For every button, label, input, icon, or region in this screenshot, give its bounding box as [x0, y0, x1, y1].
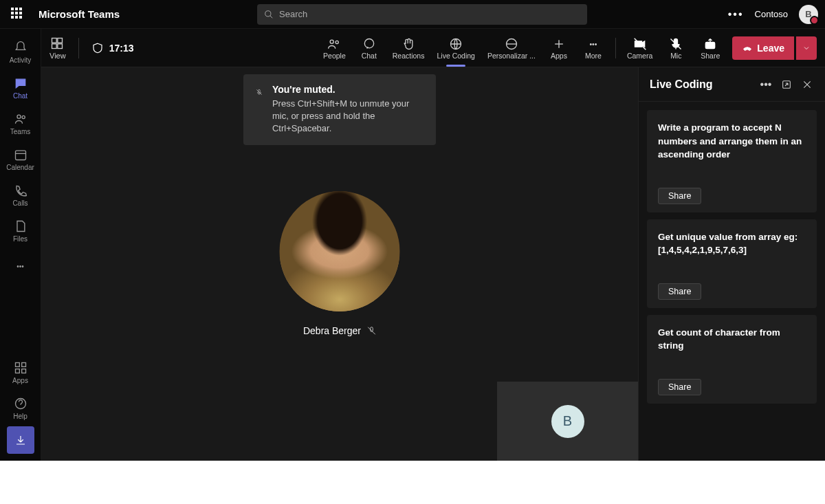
meeting-toolbar: View 17:13 People Chat	[41, 29, 825, 67]
sidebar-item-calendar[interactable]: Calendar	[0, 142, 41, 176]
sidebar-item-activity[interactable]: Activity	[0, 34, 41, 69]
chat-bubble-icon	[362, 37, 376, 51]
share-button[interactable]: Share	[658, 283, 701, 300]
teams-icon	[14, 112, 28, 126]
sidebar-item-help[interactable]: Help	[0, 391, 41, 425]
sidebar-item-label: Calls	[12, 199, 28, 207]
mic-button[interactable]: Mic	[659, 34, 692, 63]
more-button[interactable]: ••• More	[577, 34, 610, 63]
download-button[interactable]	[7, 426, 34, 454]
hangup-icon	[742, 43, 753, 54]
plus-icon	[552, 37, 566, 51]
sidebar-item-label: Help	[13, 413, 28, 420]
panel-title: Live Coding	[650, 78, 752, 91]
participant-tile: Debra Berger	[280, 191, 400, 336]
shield-icon	[91, 42, 104, 54]
question-text: Write a program to accept N numbers and …	[658, 121, 806, 162]
svg-rect-9	[21, 369, 25, 373]
camera-button[interactable]: Camera	[622, 34, 658, 63]
panel-more-icon[interactable]: •••	[759, 78, 773, 91]
search-placeholder: Search	[279, 9, 307, 19]
svg-rect-11	[52, 38, 56, 43]
apps-button[interactable]: Apps	[542, 34, 575, 63]
question-card: Get count of character from string Share	[647, 315, 817, 404]
muted-subtitle: Press Ctrl+Shift+M to unmute your mic, o…	[272, 98, 424, 135]
svg-line-1	[270, 15, 273, 18]
grid-icon	[50, 36, 64, 50]
hand-icon	[402, 37, 415, 51]
sidebar-item-label: Files	[13, 235, 28, 243]
svg-rect-12	[58, 38, 63, 43]
sidebar-item-label: Teams	[10, 128, 30, 135]
divider	[615, 38, 616, 58]
chat-icon	[14, 76, 28, 90]
share-screen-button[interactable]: Share	[694, 34, 727, 63]
svg-point-16	[336, 41, 338, 43]
globe-icon	[449, 37, 463, 51]
question-text: Get unique value from array eg:[1,4,5,4,…	[658, 230, 806, 257]
reactions-button[interactable]: Reactions	[387, 34, 430, 63]
people-button[interactable]: People	[318, 34, 351, 63]
svg-rect-14	[58, 43, 63, 48]
share-up-icon	[703, 37, 717, 51]
view-button[interactable]: View	[50, 36, 66, 60]
question-card: Write a program to accept N numbers and …	[647, 110, 817, 212]
chat-button[interactable]: Chat	[353, 34, 386, 63]
calendar-icon	[14, 148, 28, 162]
chevron-down-icon	[802, 44, 811, 52]
sidebar-item-teams[interactable]: Teams	[0, 106, 41, 140]
sidebar-more[interactable]: •••	[0, 249, 41, 283]
ellipsis-icon: •••	[586, 36, 601, 52]
user-avatar[interactable]: B	[799, 5, 818, 24]
participant-avatar	[280, 191, 400, 311]
apps-icon	[14, 361, 28, 375]
header-more-icon[interactable]: •••	[728, 8, 744, 21]
svg-point-17	[364, 39, 373, 47]
app-sidebar: Activity Chat Teams Calendar Calls Files	[0, 29, 41, 461]
app-launcher-icon[interactable]	[11, 8, 25, 21]
tenant-name: Contoso	[755, 9, 788, 19]
live-coding-button[interactable]: Live Coding	[431, 34, 480, 63]
help-icon	[14, 397, 28, 410]
self-avatar: B	[551, 405, 584, 438]
svg-rect-4	[15, 151, 25, 160]
leave-dropdown[interactable]	[796, 36, 817, 60]
muted-banner: You're muted. Press Ctrl+Shift+M to unmu…	[243, 74, 436, 145]
question-text: Get count of character from string	[658, 326, 806, 353]
svg-point-2	[17, 115, 21, 118]
sidebar-item-label: Calendar	[6, 164, 34, 171]
sidebar-item-label: Chat	[13, 92, 28, 100]
svg-rect-6	[15, 362, 19, 366]
personalize-button[interactable]: Personalizar ...	[482, 34, 541, 63]
search-icon	[264, 10, 274, 19]
sidebar-item-chat[interactable]: Chat	[0, 70, 41, 105]
mic-off-icon	[256, 85, 263, 99]
search-input[interactable]: Search	[257, 4, 587, 25]
app-title: Microsoft Teams	[38, 8, 120, 20]
share-button[interactable]: Share	[658, 379, 701, 395]
sidebar-item-apps[interactable]: Apps	[0, 355, 41, 389]
popout-icon[interactable]	[780, 78, 793, 91]
svg-rect-8	[15, 369, 19, 373]
close-icon[interactable]	[800, 78, 814, 91]
share-button[interactable]: Share	[658, 188, 701, 204]
meeting-timer: 17:13	[109, 43, 134, 54]
muted-title: You're muted.	[272, 84, 424, 95]
divider	[78, 38, 79, 58]
svg-rect-7	[21, 362, 25, 366]
download-icon	[14, 434, 27, 446]
ellipsis-icon: •••	[13, 259, 28, 274]
self-video-tile[interactable]: B	[497, 382, 638, 461]
svg-point-3	[22, 116, 25, 118]
sidebar-item-files[interactable]: Files	[0, 213, 41, 248]
leave-button[interactable]: Leave	[732, 36, 794, 60]
top-header: Microsoft Teams Search ••• Contoso B	[0, 0, 825, 29]
mic-off-icon	[366, 326, 376, 336]
question-card: Get unique value from array eg:[1,4,5,4,…	[647, 219, 817, 308]
svg-point-0	[265, 10, 271, 16]
live-coding-panel: Live Coding ••• Write a program to accep…	[638, 67, 825, 461]
camera-off-icon	[633, 37, 647, 51]
sidebar-item-label: Activity	[10, 56, 32, 64]
sidebar-item-calls[interactable]: Calls	[0, 177, 41, 212]
globe-icon	[505, 37, 518, 51]
